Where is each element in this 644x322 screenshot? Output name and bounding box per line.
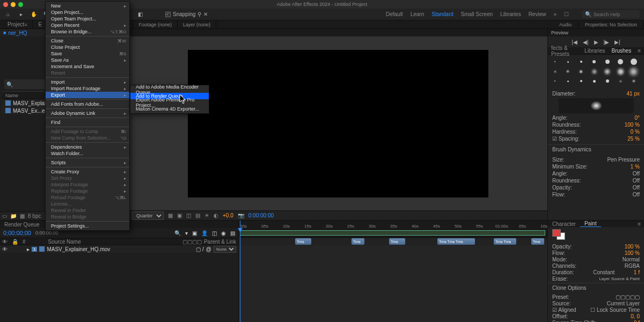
preview-panel-header[interactable]: Preview [548, 29, 644, 36]
menu-item[interactable]: Create Proxy▸ [46, 169, 129, 175]
work-area-bar[interactable] [240, 230, 545, 236]
brush-preset[interactable] [590, 58, 598, 65]
menu-item[interactable]: Adobe Dynamic Link▸ [46, 110, 129, 116]
brush-preset[interactable] [577, 68, 585, 75]
menu-item[interactable]: New▸ [46, 3, 129, 9]
snap-options-icon[interactable]: ✕ [203, 11, 208, 17]
name-column-header[interactable]: Name [2, 93, 21, 98]
snapping-toggle[interactable]: Snapping ⚲ ✕ [165, 11, 208, 17]
interpret-footage-icon[interactable]: ▭ [2, 213, 7, 219]
workspace-small-screen[interactable]: Small Screen [461, 11, 493, 17]
hand-tool-icon[interactable]: ✋ [30, 11, 38, 18]
footage-tab[interactable]: Footage (none) [133, 20, 178, 28]
brush-preset[interactable] [564, 77, 572, 85]
adjust-exposure-icon[interactable]: ◐ [214, 213, 218, 218]
menu-item[interactable]: Save As▸ [46, 57, 129, 63]
menu-item[interactable]: Dependencies▸ [46, 144, 129, 150]
layer-tab[interactable]: Layer (none) [178, 20, 216, 28]
menu-item[interactable]: Export▸ [46, 92, 129, 98]
mask-visibility-icon[interactable]: ▣ [177, 213, 182, 218]
menu-item[interactable]: Watch Folder... [46, 150, 129, 157]
source-name-column[interactable]: Source Name [48, 239, 81, 245]
transparency-grid-icon[interactable]: ▦ [168, 213, 173, 218]
comp-mini-flowchart-icon[interactable]: ▾ [185, 230, 188, 236]
layer-visibility-icon[interactable]: 👁 [2, 246, 8, 252]
layer-bar-segment[interactable]: Trns [389, 238, 405, 245]
frame-blend-icon[interactable]: ◫ [212, 230, 217, 236]
foreground-color[interactable] [552, 229, 561, 237]
time-ruler[interactable]: 00s 05s 10s 15s 20s 25s 30s 35s 40s 45s … [239, 221, 547, 238]
workspace-overflow-icon[interactable]: » [553, 11, 557, 17]
snapshot-icon[interactable]: 📷 [238, 213, 244, 218]
help-search-input[interactable] [594, 12, 636, 17]
menu-item[interactable]: Open Team Project... [46, 16, 129, 22]
libraries-tab[interactable]: Libraries [581, 48, 608, 54]
menu-item[interactable]: Close Project [46, 44, 129, 50]
home-icon[interactable]: ⌂ [4, 11, 12, 18]
submenu-item[interactable]: Add to Adobe Media Encoder Queue... [130, 86, 209, 93]
menu-item[interactable]: Add Fonts from Adobe... [46, 101, 129, 107]
help-search[interactable]: 🔍 [582, 10, 640, 18]
reset-exposure-icon[interactable]: ☀ [204, 213, 209, 218]
workspace-review[interactable]: Review [529, 11, 546, 17]
project-tab[interactable]: Project ≡ [2, 20, 33, 28]
submenu-item[interactable]: Maxon Cinema 4D Exporter... [130, 106, 209, 112]
playhead[interactable] [240, 221, 240, 322]
menu-item[interactable]: Import Recent Footage▸ [46, 85, 129, 92]
brushes-tab[interactable]: Brushes [608, 48, 634, 54]
brush-preset[interactable] [590, 68, 598, 75]
brush-preset[interactable] [604, 68, 611, 75]
play-icon[interactable]: ▶ [594, 39, 598, 45]
composition-viewer[interactable] [129, 36, 547, 210]
brush-preset[interactable] [630, 58, 638, 65]
timeline-search-icon[interactable]: 🔍 [174, 230, 181, 236]
brush-preset[interactable] [551, 58, 559, 65]
menu-item[interactable]: Scripts▸ [46, 159, 129, 166]
fg-bg-color-swatch[interactable] [552, 229, 565, 240]
color-depth[interactable]: 8 bpc [28, 213, 41, 219]
audio-tab[interactable]: Audio [553, 22, 579, 27]
brush-preset[interactable] [564, 58, 572, 65]
first-frame-icon[interactable]: |◀ [572, 39, 577, 45]
timeline-layer-row[interactable]: 👁 ▸ 1 MASV_Explainer_HQ.mov ▢ / @ None [0, 245, 238, 253]
properties-tab[interactable]: Properties: No Selection [579, 22, 644, 27]
menu-item[interactable]: Close⌘W [46, 38, 129, 44]
menu-item[interactable]: Browse in Bridge...⌥⇧⌘O [46, 28, 129, 35]
layer-bar-segment[interactable]: Trns [531, 238, 544, 245]
render-queue-tab[interactable]: Render Queue [0, 222, 44, 228]
exposure-value[interactable]: +0.0 [223, 213, 233, 218]
menu-item[interactable]: Open Recent▸ [46, 22, 129, 28]
composition-canvas[interactable] [188, 50, 488, 197]
draft-3d-icon[interactable]: ▣ [192, 230, 197, 236]
next-frame-icon[interactable]: |▶ [604, 39, 610, 45]
submenu-item[interactable]: Export Adobe Premiere Pro Project... [130, 99, 209, 106]
layer-twirl-icon[interactable]: ▸ [27, 246, 30, 252]
menu-item[interactable]: Find [46, 119, 129, 126]
eraser-tool-icon[interactable]: ◧ [136, 11, 144, 18]
menu-item[interactable]: Increment and Save [46, 63, 129, 70]
eye-column-icon[interactable]: 👁 [2, 239, 8, 245]
parent-link-dropdown[interactable]: None [214, 246, 236, 253]
layer-bar-segment[interactable]: Trns [352, 238, 364, 245]
brush-preset[interactable] [630, 77, 638, 85]
brush-preset[interactable] [564, 68, 572, 75]
share-icon[interactable]: ☐ [564, 11, 569, 17]
region-of-interest-icon[interactable]: ◫ [186, 213, 191, 218]
prev-frame-icon[interactable]: ◀| [583, 39, 589, 45]
close-window-button[interactable] [3, 2, 8, 7]
minimize-window-button[interactable] [11, 2, 16, 7]
menu-item[interactable]: Open Project... [46, 9, 129, 16]
motion-blur-icon[interactable]: ◉ [221, 230, 226, 236]
brush-preset[interactable] [551, 77, 559, 85]
magnet-icon[interactable]: ⚲ [197, 11, 201, 17]
menu-item[interactable]: Project Settings... [46, 223, 129, 229]
brush-preset[interactable] [630, 68, 638, 75]
brush-preset[interactable] [577, 58, 585, 65]
brush-preset[interactable] [604, 77, 611, 85]
character-tab[interactable]: Character [548, 221, 580, 227]
selection-tool-icon[interactable]: ▸ [17, 11, 25, 18]
layer-bar-segment[interactable]: Trns Trns [494, 238, 516, 245]
workspace-standard[interactable]: Standard [431, 11, 453, 17]
workspace-default[interactable]: Default [386, 11, 403, 17]
brush-preset[interactable] [617, 68, 624, 75]
